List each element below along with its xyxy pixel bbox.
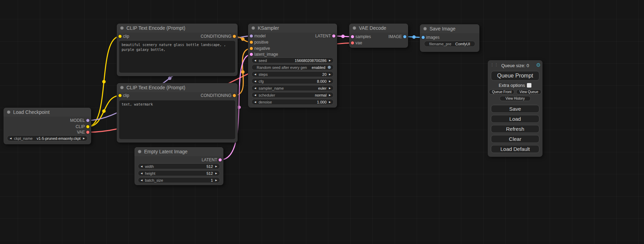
widget-seed[interactable]: ◀ seed 156680208700286 ▶ xyxy=(252,57,334,63)
decrement-arrow-icon[interactable]: ◀ xyxy=(141,165,142,168)
node-save-image[interactable]: Save Image images filename_prefix ComfyU… xyxy=(420,24,479,52)
decrement-arrow-icon[interactable]: ◀ xyxy=(254,73,256,75)
node-clip-text-encode-positive[interactable]: CLIP Text Encode (Prompt) clip CONDITION… xyxy=(117,24,238,76)
save-button[interactable]: Save xyxy=(491,105,539,113)
decrement-arrow-icon[interactable]: ◀ xyxy=(10,137,11,139)
link-midpoint-dot xyxy=(412,35,416,39)
node-collapse-dot[interactable] xyxy=(252,26,255,30)
load-button[interactable]: Load xyxy=(491,115,539,123)
input-dot-clip[interactable] xyxy=(118,94,122,97)
decrement-arrow-icon[interactable]: ◀ xyxy=(254,101,256,103)
node-collapse-dot[interactable] xyxy=(7,110,10,114)
output-dot-clip[interactable] xyxy=(86,125,89,128)
load-default-button[interactable]: Load Default xyxy=(491,145,539,153)
increment-arrow-icon[interactable]: ▶ xyxy=(215,179,217,181)
toggle-dot[interactable] xyxy=(328,66,331,69)
menu-drag-handle-icon[interactable]: ⋮⋮ xyxy=(490,63,499,67)
node-title-bar[interactable]: CLIP Text Encode (Prompt) xyxy=(117,24,238,33)
widget-cfg[interactable]: ◀ cfg 8.000 ▶ xyxy=(252,78,334,84)
extra-options-checkbox[interactable] xyxy=(527,83,531,88)
output-dot-latent[interactable] xyxy=(219,159,222,162)
output-dot-model[interactable] xyxy=(86,119,89,122)
decrement-arrow-icon[interactable]: ◀ xyxy=(254,94,256,96)
output-dot-conditioning[interactable] xyxy=(233,35,236,38)
node-collapse-dot[interactable] xyxy=(138,150,141,153)
decrement-arrow-icon[interactable]: ◀ xyxy=(254,80,256,82)
node-ksampler[interactable]: KSampler model LATENT positive negative … xyxy=(248,24,337,108)
output-dot-latent[interactable] xyxy=(332,35,335,38)
queue-front-button[interactable]: Queue Front xyxy=(489,89,514,94)
decrement-arrow-icon[interactable]: ◀ xyxy=(254,59,256,62)
increment-arrow-icon[interactable]: ▶ xyxy=(329,101,331,103)
widget-width[interactable]: ◀ width 512 ▶ xyxy=(138,163,220,169)
node-canvas[interactable]: Load Checkpoint MODEL CLIP VAE ◀ ckpt_na… xyxy=(0,0,644,244)
node-title: Save Image xyxy=(430,26,456,31)
output-dot-conditioning[interactable] xyxy=(233,94,236,97)
node-collapse-dot[interactable] xyxy=(120,86,124,89)
increment-arrow-icon[interactable]: ▶ xyxy=(329,80,331,82)
input-dot-vae[interactable] xyxy=(351,42,354,45)
input-dot-clip[interactable] xyxy=(118,35,122,38)
widget-filename-prefix[interactable]: filename_prefix ComfyUI xyxy=(424,41,475,47)
decrement-arrow-icon[interactable]: ◀ xyxy=(141,179,142,181)
increment-arrow-icon[interactable]: ▶ xyxy=(83,137,85,139)
increment-arrow-icon[interactable]: ▶ xyxy=(215,165,217,168)
node-title-bar[interactable]: CLIP Text Encode (Prompt) xyxy=(117,83,238,92)
decrement-arrow-icon[interactable]: ◀ xyxy=(141,172,142,174)
prompt-textarea[interactable]: text, watermark xyxy=(119,100,235,139)
output-slot-image: IMAGE xyxy=(388,34,408,39)
node-clip-text-encode-negative[interactable]: CLIP Text Encode (Prompt) clip CONDITION… xyxy=(117,83,238,143)
slot-label: images xyxy=(426,35,440,40)
node-title-bar[interactable]: VAE Decode xyxy=(349,24,408,33)
node-title-bar[interactable]: Save Image xyxy=(420,24,479,33)
widget-label: seed xyxy=(258,58,291,63)
increment-arrow-icon[interactable]: ▶ xyxy=(329,87,331,89)
clear-button[interactable]: Clear xyxy=(491,135,539,143)
node-title-bar[interactable]: Empty Latent Image xyxy=(134,147,223,156)
output-slot-latent: LATENT xyxy=(315,33,337,39)
output-dot-image[interactable] xyxy=(403,35,406,38)
increment-arrow-icon[interactable]: ▶ xyxy=(329,59,331,62)
node-title-bar[interactable]: KSampler xyxy=(248,24,337,33)
increment-arrow-icon[interactable]: ▶ xyxy=(329,94,331,96)
view-history-button[interactable]: View History xyxy=(500,96,530,101)
widget-height[interactable]: ◀ height 512 ▶ xyxy=(138,170,220,176)
widget-label: filename_prefix xyxy=(429,42,451,46)
slot-label: IMAGE xyxy=(388,34,402,39)
widget-random-seed-toggle[interactable]: Random seed after every gen enabled xyxy=(252,64,334,70)
link-midpoint-dot xyxy=(241,37,245,41)
output-dot-vae[interactable] xyxy=(86,131,89,134)
widget-sampler-name[interactable]: ◀ sampler_name euler ▶ xyxy=(252,85,334,91)
slot-label: LATENT xyxy=(202,157,217,162)
node-collapse-dot[interactable] xyxy=(423,27,427,30)
widget-denoise[interactable]: ◀ denoise 1.000 ▶ xyxy=(252,99,334,105)
input-dot-samples[interactable] xyxy=(351,35,354,38)
settings-gear-icon[interactable]: ⚙ xyxy=(536,62,541,68)
node-empty-latent-image[interactable]: Empty Latent Image LATENT ◀ width 512 ▶ … xyxy=(134,147,223,185)
widget-scheduler[interactable]: ◀ scheduler normal ▶ xyxy=(252,92,334,98)
decrement-arrow-icon[interactable]: ◀ xyxy=(254,87,256,89)
node-load-checkpoint[interactable]: Load Checkpoint MODEL CLIP VAE ◀ ckpt_na… xyxy=(3,108,91,144)
node-collapse-dot[interactable] xyxy=(353,26,356,30)
input-dot-images[interactable] xyxy=(422,36,425,39)
input-dot-model[interactable] xyxy=(250,35,253,38)
node-title: CLIP Text Encode (Prompt) xyxy=(126,85,185,90)
refresh-button[interactable]: Refresh xyxy=(491,125,539,133)
input-dot-negative[interactable] xyxy=(250,47,253,50)
link-midpoint-dot xyxy=(237,106,241,109)
widget-label: scheduler xyxy=(258,93,311,97)
node-vae-decode[interactable]: VAE Decode samples IMAGE vae xyxy=(349,24,408,48)
increment-arrow-icon[interactable]: ▶ xyxy=(215,172,217,174)
input-dot-latent-image[interactable] xyxy=(250,53,253,56)
widget-steps[interactable]: ◀ steps 20 ▶ xyxy=(252,71,334,77)
input-dot-positive[interactable] xyxy=(250,41,253,44)
widget-ckpt-name[interactable]: ◀ ckpt_name v1-5-pruned-emaonly.ckpt ▶ xyxy=(7,135,88,141)
slot-label: VAE xyxy=(77,130,85,135)
view-queue-button[interactable]: View Queue xyxy=(516,89,541,94)
node-title-bar[interactable]: Load Checkpoint xyxy=(3,108,91,117)
queue-prompt-button[interactable]: Queue Prompt xyxy=(491,71,539,81)
prompt-textarea[interactable]: beautiful scenery nature glass bottle la… xyxy=(119,41,235,73)
widget-batch-size[interactable]: ◀ batch_size 1 ▶ xyxy=(138,177,220,183)
increment-arrow-icon[interactable]: ▶ xyxy=(329,73,331,75)
node-collapse-dot[interactable] xyxy=(120,26,124,30)
